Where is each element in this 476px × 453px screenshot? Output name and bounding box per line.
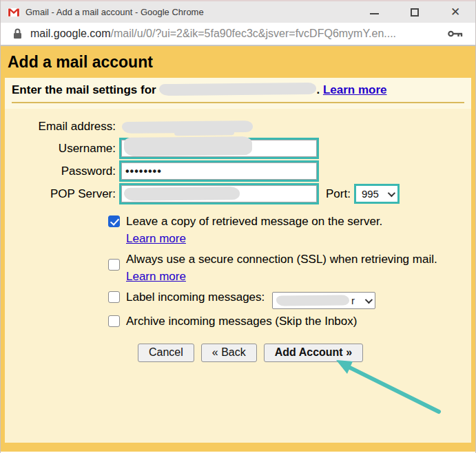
- archive-label: Archive incoming messages (Skip the Inbo…: [126, 315, 357, 328]
- ssl-label: Always use a secure connection (SSL) whe…: [126, 253, 437, 266]
- gmail-popup-page: Add a mail account Enter the mail settin…: [1, 46, 475, 452]
- archive-checkbox[interactable]: [108, 315, 120, 327]
- back-button[interactable]: « Back: [201, 344, 257, 362]
- maximize-button[interactable]: [407, 5, 422, 20]
- cancel-button[interactable]: Cancel: [138, 344, 194, 362]
- maximize-icon: [411, 8, 419, 17]
- port-select[interactable]: 995: [354, 184, 400, 204]
- dialog-body: Email address: Username: Password: •••••…: [5, 109, 471, 443]
- option-row-archive: Archive incoming messages (Skip the Inbo…: [108, 313, 461, 330]
- ssl-learn-more-link[interactable]: Learn more: [126, 270, 186, 283]
- option-row-ssl: Always use a secure connection (SSL) whe…: [108, 251, 461, 285]
- ssl-checkbox[interactable]: [108, 259, 120, 271]
- label-select[interactable]: r: [272, 292, 375, 309]
- intro-prefix: Enter the mail settings for: [12, 83, 156, 96]
- dialog-header: Add a mail account: [5, 46, 471, 78]
- intro-text: Enter the mail settings for . Learn more: [12, 83, 464, 97]
- archive-text: Archive incoming messages (Skip the Inbo…: [126, 313, 357, 330]
- chevron-down-icon: [388, 189, 395, 196]
- options-section: Leave a copy of retrieved message on the…: [108, 213, 461, 330]
- password-input[interactable]: ••••••••: [119, 160, 319, 182]
- username-input[interactable]: [119, 138, 319, 159]
- label-visible-fragment: r: [351, 292, 355, 309]
- label-messages-text: Label incoming messages: r: [126, 288, 375, 309]
- email-address-label: Email address:: [5, 120, 119, 134]
- button-row: Cancel « Back Add Account »: [138, 344, 471, 362]
- url-host: mail.google.com: [30, 28, 111, 39]
- redaction-email-intro: [159, 83, 316, 96]
- add-account-button[interactable]: Add Account »: [264, 344, 363, 362]
- email-address-row: Email address:: [5, 120, 471, 134]
- password-label: Password:: [5, 165, 119, 178]
- banner-divider: [12, 102, 464, 103]
- ssl-text: Always use a secure connection (SSL) whe…: [126, 251, 461, 285]
- window-titlebar: Gmail - Add a mail account - Google Chro…: [1, 0, 475, 23]
- gmail-favicon-icon: [8, 8, 20, 17]
- option-row-label-messages: Label incoming messages: r: [108, 288, 461, 309]
- leave-copy-text: Leave a copy of retrieved message on the…: [126, 213, 382, 247]
- redaction-pop-server-value: [124, 187, 240, 201]
- label-messages-checkbox[interactable]: [108, 291, 120, 303]
- username-label: Username:: [5, 142, 119, 156]
- browser-window: Gmail - Add a mail account - Google Chro…: [0, 0, 476, 453]
- close-button[interactable]: ✕: [448, 5, 463, 20]
- dialog-title: Add a mail account: [8, 53, 153, 72]
- minimize-button[interactable]: [366, 5, 382, 20]
- key-icon[interactable]: [448, 30, 463, 38]
- window-title: Gmail - Add a mail account - Google Chro…: [25, 7, 366, 17]
- chevron-down-icon: [365, 295, 373, 303]
- leave-copy-label: Leave a copy of retrieved message on the…: [126, 215, 382, 228]
- username-row: Username:: [5, 138, 471, 159]
- padlock-icon: [13, 28, 22, 39]
- url-path: /mail/u/0/?ui=2&ik=5fa90fec3c&jsver=fvcD…: [111, 28, 397, 39]
- port-label: Port:: [326, 187, 354, 201]
- intro-banner: Enter the mail settings for . Learn more: [5, 78, 471, 109]
- password-row: Password: ••••••••: [5, 160, 471, 182]
- port-group: Port: 995: [326, 184, 400, 204]
- redaction-username-value: [124, 136, 252, 156]
- pop-server-row: POP Server: Port: 995: [5, 183, 471, 204]
- leave-copy-learn-more-link[interactable]: Learn more: [126, 232, 186, 245]
- intro-dot: .: [316, 83, 320, 96]
- port-selected-value: 995: [362, 188, 379, 200]
- intro-learn-more-link[interactable]: Learn more: [323, 83, 387, 96]
- pop-server-input[interactable]: [119, 183, 319, 204]
- redaction-email-value: [122, 120, 253, 134]
- option-row-leave-copy: Leave a copy of retrieved message on the…: [108, 213, 461, 247]
- password-masked-value: ••••••••: [124, 165, 162, 178]
- leave-copy-checkbox[interactable]: [108, 215, 120, 227]
- minimize-icon: [370, 13, 379, 14]
- url-text[interactable]: mail.google.com/mail/u/0/?ui=2&ik=5fa90f…: [30, 28, 441, 40]
- label-messages-label: Label incoming messages:: [126, 291, 265, 304]
- window-controls: ✕: [366, 5, 468, 20]
- redaction-label-value: [276, 295, 349, 306]
- address-bar[interactable]: mail.google.com/mail/u/0/?ui=2&ik=5fa90f…: [1, 23, 475, 46]
- pop-server-label: POP Server:: [5, 187, 119, 201]
